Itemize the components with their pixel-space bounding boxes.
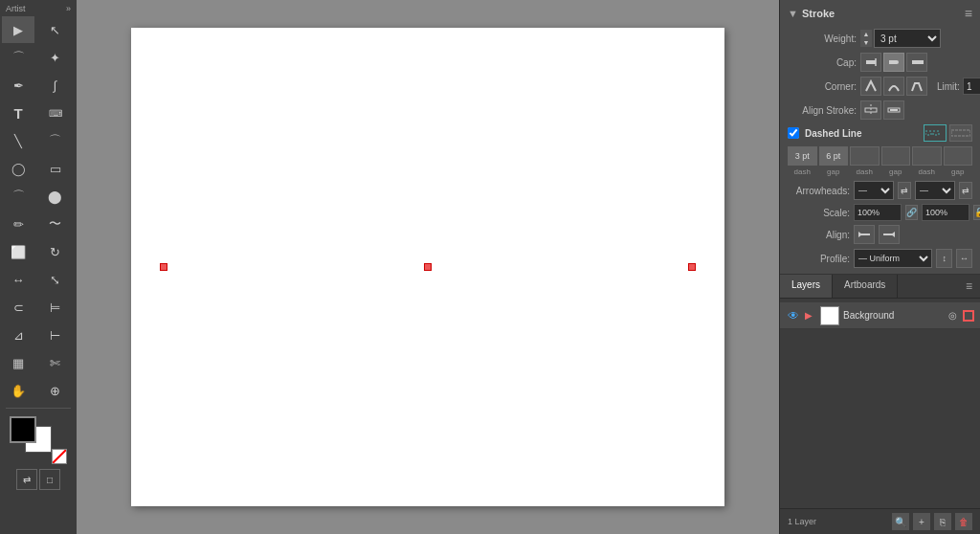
svg-rect-8	[890, 109, 898, 111]
projecting-cap-btn[interactable]	[906, 53, 927, 72]
dashed-line-object[interactable]	[160, 265, 696, 269]
toolbar-label: Artist	[6, 4, 26, 13]
magic-wand-tool[interactable]: ✦	[39, 44, 72, 71]
profile-label: Profile:	[788, 254, 850, 264]
dash-input-1[interactable]	[788, 146, 817, 166]
reflect-tool[interactable]: ↔	[2, 266, 34, 293]
foreground-color-swatch[interactable]	[10, 416, 36, 443]
gap-input-2[interactable]	[881, 146, 911, 166]
scale-tool[interactable]: ⤡	[39, 266, 72, 293]
arrowhead-start-select[interactable]: —	[854, 181, 894, 200]
scale-start-input[interactable]	[854, 204, 902, 221]
search-layer-btn[interactable]: 🔍	[892, 513, 909, 530]
touch-type-tool[interactable]: ⌨	[39, 100, 72, 126]
slice-tool[interactable]: ✄	[39, 349, 72, 376]
corner-row: Corner: Limit: x	[788, 77, 972, 96]
weight-up-btn[interactable]: ▲	[860, 30, 872, 38]
smooth-tool[interactable]: 〜	[39, 211, 72, 237]
eyedropper-tool[interactable]: ⊿	[2, 322, 34, 348]
stroke-panel: ▼ Stroke ≡ Weight: ▲ ▼ 3 pt 1 pt 2 pt 4 …	[780, 0, 980, 275]
gap-input-3[interactable]	[944, 146, 973, 166]
round-cap-btn[interactable]	[883, 53, 904, 72]
align-path-start-btn[interactable]	[854, 225, 875, 244]
round-join-btn[interactable]	[883, 77, 904, 96]
pencil-tool[interactable]: ✏	[2, 211, 34, 237]
bevel-join-btn[interactable]	[906, 77, 927, 96]
rectangle-tool[interactable]: ▭	[39, 155, 72, 182]
artboards-tab[interactable]: Artboards	[833, 275, 898, 298]
eraser-tool[interactable]: ⬜	[2, 238, 34, 265]
line-tool[interactable]: ╲	[2, 127, 34, 154]
gap-input-1[interactable]	[819, 146, 849, 166]
svg-marker-13	[858, 232, 862, 237]
warp-tool[interactable]: ⊂	[2, 294, 34, 321]
duplicate-layer-btn[interactable]: ⎘	[934, 513, 951, 530]
svg-line-0	[53, 450, 66, 463]
pattern-btn-2[interactable]	[949, 124, 972, 142]
stroke-panel-menu-icon[interactable]: ≡	[965, 6, 972, 21]
layers-tab[interactable]: Layers	[780, 275, 833, 298]
layer-thumbnail	[820, 306, 839, 325]
layers-panel-menu-icon[interactable]: ≡	[958, 275, 980, 298]
arrowhead-end-select[interactable]: —	[915, 181, 955, 200]
graph-tool[interactable]: ▦	[2, 349, 34, 376]
ellipse-tool[interactable]: ◯	[2, 155, 34, 182]
blob-brush-tool[interactable]: ⬤	[39, 183, 72, 210]
scale-link-btn[interactable]: 🔗	[905, 205, 918, 220]
layer-lock-icon[interactable]	[963, 310, 974, 322]
align-center-btn[interactable]	[860, 100, 881, 120]
pen-tool[interactable]: ✒	[2, 72, 34, 99]
rotate-tool[interactable]: ↻	[39, 238, 72, 265]
scale-label: Scale:	[788, 208, 850, 218]
profile-select[interactable]: — Uniform Width Profile 1 Width Profile …	[854, 249, 932, 268]
layers-count-label: 1 Layer	[788, 517, 816, 526]
scale-end-input[interactable]	[922, 204, 969, 221]
arrowhead-end-flip-btn[interactable]: ⇄	[959, 182, 972, 199]
default-colors[interactable]: □	[39, 469, 60, 490]
paintbrush-tool[interactable]: ⌒	[2, 183, 34, 210]
curvature-tool[interactable]: ∫	[39, 72, 72, 99]
layer-visibility-icon[interactable]: 👁	[786, 309, 801, 323]
none-swatch[interactable]	[52, 449, 67, 464]
lasso-tool[interactable]: ⌒	[2, 44, 34, 71]
layer-expand-icon[interactable]: ▶	[805, 310, 816, 321]
svg-rect-1	[866, 60, 876, 64]
select-tool[interactable]: ▶	[2, 16, 34, 43]
svg-rect-11	[951, 130, 970, 136]
dash-field-labels: dash gap dash gap dash gap	[788, 167, 972, 176]
align-label2: Align:	[788, 230, 850, 240]
dash-input-3[interactable]	[912, 146, 942, 166]
delete-layer-btn[interactable]: 🗑	[955, 513, 972, 530]
new-layer-btn[interactable]: +	[913, 513, 930, 530]
dash-fields-grid	[788, 146, 972, 166]
layer-target-icon[interactable]: ◎	[946, 310, 959, 321]
arc-tool[interactable]: ⌒	[39, 127, 72, 154]
dash-label-2: dash	[850, 167, 880, 176]
fill-stroke-swap[interactable]: ⇄	[16, 469, 37, 490]
limit-input[interactable]	[963, 78, 980, 95]
direct-select-tool[interactable]: ↖	[39, 16, 72, 43]
pattern-btn-1[interactable]	[924, 124, 947, 142]
miter-join-btn[interactable]	[860, 77, 881, 96]
measure-tool[interactable]: ⊢	[39, 322, 72, 348]
scale-unlink-btn[interactable]: 🔓	[973, 205, 980, 220]
text-tool[interactable]: T	[2, 100, 34, 126]
toolbar-collapse-icon[interactable]: »	[66, 4, 71, 13]
width-tool[interactable]: ⊨	[39, 294, 72, 321]
arrowhead-flip-btn[interactable]: ⇄	[898, 182, 911, 199]
align-path-end-btn[interactable]	[879, 225, 900, 244]
layer-name[interactable]: Background	[843, 310, 942, 321]
weight-down-btn[interactable]: ▼	[860, 38, 872, 47]
profile-flip-y-btn[interactable]: ↔	[956, 249, 972, 268]
zoom-tool[interactable]: ⊕	[39, 377, 72, 404]
dash-input-2[interactable]	[850, 146, 880, 166]
stroke-panel-header: ▼ Stroke ≡	[788, 6, 972, 21]
weight-select[interactable]: 3 pt 1 pt 2 pt 4 pt 5 pt	[874, 29, 941, 48]
hand-tool[interactable]: ✋	[2, 377, 34, 404]
canvas-area	[77, 0, 779, 534]
dashed-line-checkbox[interactable]	[788, 127, 799, 139]
align-inside-btn[interactable]	[883, 100, 904, 120]
butt-cap-btn[interactable]	[860, 53, 881, 72]
dashed-pattern-buttons	[924, 124, 972, 142]
profile-flip-x-btn[interactable]: ↕	[936, 249, 952, 268]
